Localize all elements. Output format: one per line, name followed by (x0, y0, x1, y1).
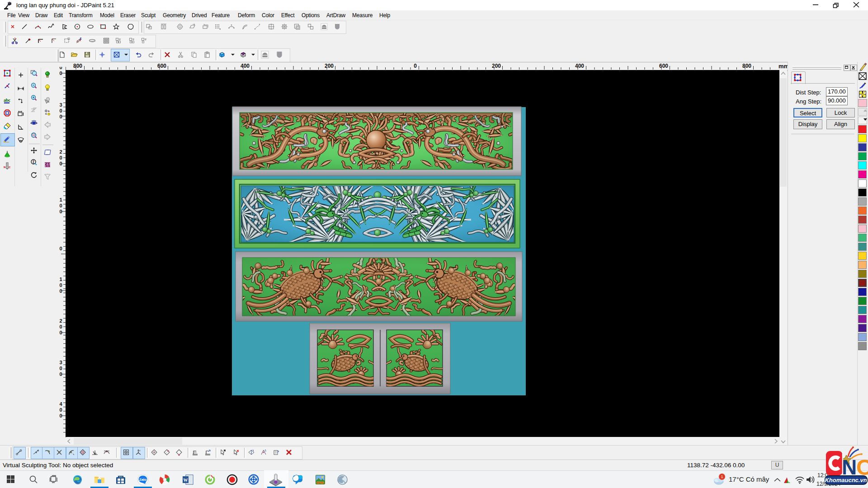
svg-text:1: 1 (721, 474, 723, 479)
svg-text:PHOTO: PHOTO (317, 482, 324, 484)
svg-text:abc: abc (4, 98, 11, 103)
svg-text:Zalo: Zalo (139, 478, 147, 482)
svg-text:z: z (139, 449, 141, 452)
svg-text:N: N (4, 166, 5, 169)
svg-text:W: W (184, 478, 188, 483)
svg-text:C: C (9, 166, 11, 169)
svg-text:Khomaucnc.vn: Khomaucnc.vn (825, 477, 867, 483)
